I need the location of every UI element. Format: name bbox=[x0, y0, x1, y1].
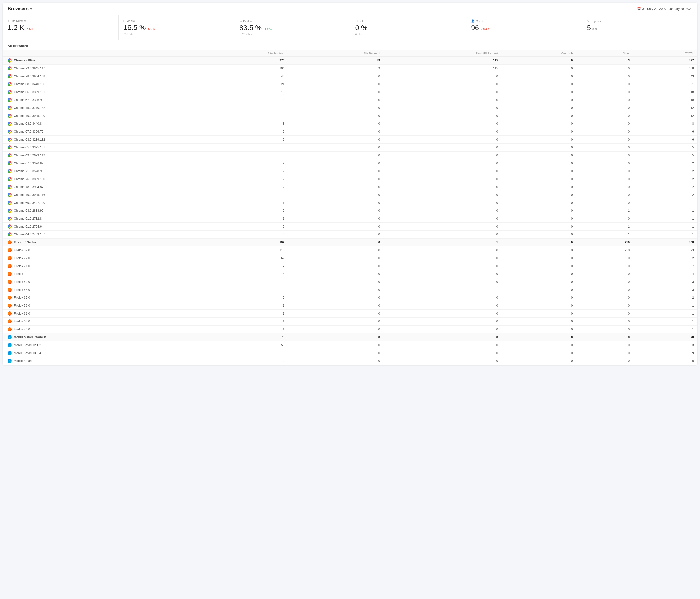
child-value-0: 113 bbox=[192, 246, 288, 254]
table-row[interactable]: Chrome 51.0.2712.8 100001 bbox=[3, 215, 697, 223]
table-row[interactable]: Mobile Safari 13.0.4 900009 bbox=[3, 349, 697, 357]
child-value-4: 0 bbox=[576, 136, 633, 144]
stats-bar: # Hits Number 1.2 K -4.5 % □ Mobile 16.5… bbox=[3, 15, 697, 40]
table-row[interactable]: Firefox 71.0 700007 bbox=[3, 262, 697, 270]
child-value-5: 3 bbox=[633, 286, 697, 294]
table-row[interactable]: Chrome / Blink 2708911503477 bbox=[3, 57, 697, 65]
child-value-2: 0 bbox=[384, 112, 502, 120]
table-row[interactable]: Firefox 400004 bbox=[3, 270, 697, 278]
child-value-0: 1 bbox=[192, 326, 288, 333]
browser-child-name: Firefox 67.0 bbox=[3, 294, 192, 302]
group-value-2: 0 bbox=[384, 333, 502, 341]
table-row[interactable]: Chrome 49.0.2623.112 500005 bbox=[3, 151, 697, 160]
stat-item-clients: 👤 Clients 96 -30.4 % bbox=[466, 15, 582, 40]
stat-icon-hits_number: # bbox=[8, 19, 9, 22]
table-row[interactable]: Chrome 78.0.3904.108 43000043 bbox=[3, 72, 697, 80]
child-value-5: 1 bbox=[633, 326, 697, 333]
child-value-5: 2 bbox=[633, 167, 697, 175]
table-row[interactable]: Chrome 78.0.3904.87 200002 bbox=[3, 183, 697, 191]
child-value-3: 0 bbox=[502, 207, 576, 215]
child-value-5: 1 bbox=[633, 199, 697, 207]
group-value-3: 0 bbox=[502, 57, 576, 65]
child-value-4: 0 bbox=[576, 128, 633, 136]
table-row[interactable]: Chrome 75.0.3770.142 12000012 bbox=[3, 104, 697, 112]
child-value-5: 1 bbox=[633, 231, 697, 239]
table-row[interactable]: Chrome 76.0.3809.100 200002 bbox=[3, 175, 697, 183]
table-row[interactable]: Mobile Safari 000000 bbox=[3, 357, 697, 365]
child-value-5: 62 bbox=[633, 254, 697, 262]
page-title[interactable]: Browsers ▾ bbox=[8, 6, 32, 11]
child-value-0: 0 bbox=[192, 207, 288, 215]
stat-label-text-hits_number: Hits Number bbox=[10, 19, 26, 22]
child-value-4: 0 bbox=[576, 341, 633, 349]
col-header-rest-api-request: Rest API Request bbox=[384, 50, 502, 57]
table-row[interactable]: Chrome 66.0.3359.181 18000018 bbox=[3, 88, 697, 96]
child-value-1: 0 bbox=[288, 151, 383, 160]
child-value-3: 0 bbox=[502, 96, 576, 104]
child-value-3: 0 bbox=[502, 302, 576, 310]
child-value-5: 2 bbox=[633, 294, 697, 302]
table-row[interactable]: Mobile Safari 12.1.2 53000053 bbox=[3, 341, 697, 349]
table-row[interactable]: Chrome 67.0.3396.99 18000018 bbox=[3, 96, 697, 104]
table-row[interactable]: Firefox 61.0 100001 bbox=[3, 310, 697, 318]
child-value-5: 12 bbox=[633, 112, 697, 120]
child-value-2: 0 bbox=[384, 278, 502, 286]
child-value-1: 0 bbox=[288, 96, 383, 104]
child-value-0: 3 bbox=[192, 278, 288, 286]
table-row[interactable]: Chrome 67.0.3396.79 600006 bbox=[3, 128, 697, 136]
child-value-3: 0 bbox=[502, 167, 576, 175]
child-value-3: 0 bbox=[502, 341, 576, 349]
date-range[interactable]: 📅 January 20, 2020 - January 20, 2020 bbox=[637, 7, 692, 11]
section-title: All Browsers bbox=[3, 40, 697, 50]
child-value-1: 0 bbox=[288, 310, 383, 318]
table-row[interactable]: Firefox 56.0 100001 bbox=[3, 302, 697, 310]
stat-change-clients: -30.4 % bbox=[480, 28, 490, 31]
child-value-1: 0 bbox=[288, 286, 383, 294]
table-row[interactable]: Chrome 53.0.2838.90 000011 bbox=[3, 207, 697, 215]
table-row[interactable]: Chrome 79.0.3945.117 1048911500308 bbox=[3, 65, 697, 72]
table-row[interactable]: Firefox / Gecko 197010210408 bbox=[3, 239, 697, 246]
child-value-2: 0 bbox=[384, 72, 502, 80]
child-value-4: 0 bbox=[576, 199, 633, 207]
group-value-1: 89 bbox=[288, 57, 383, 65]
page-header: Browsers ▾ 📅 January 20, 2020 - January … bbox=[3, 3, 697, 15]
group-value-2: 1 bbox=[384, 239, 502, 246]
table-row[interactable]: Mobile Safari / WebKit 70000070 bbox=[3, 333, 697, 341]
table-row[interactable]: Chrome 69.0.3497.100 100001 bbox=[3, 199, 697, 207]
table-row[interactable]: Chrome 79.0.3945.116 200002 bbox=[3, 191, 697, 199]
browser-child-name: Firefox 68.0 bbox=[3, 318, 192, 326]
table-row[interactable]: Firefox 67.0 200002 bbox=[3, 294, 697, 302]
table-row[interactable]: Chrome 79.0.3945.130 12000012 bbox=[3, 112, 697, 120]
browser-child-name: Chrome 67.0.3396.87 bbox=[3, 160, 192, 167]
table-row[interactable]: Chrome 68.0.3440.84 800008 bbox=[3, 120, 697, 128]
stat-item-bot: ⊟ Bot 0 % 0 hits bbox=[350, 15, 466, 40]
stat-value-row-hits_number: 1.2 K -4.5 % bbox=[8, 23, 113, 32]
child-value-2: 0 bbox=[384, 151, 502, 160]
table-row[interactable]: Firefox 54.0 201003 bbox=[3, 286, 697, 294]
table-row[interactable]: Firefox 72.0 62000062 bbox=[3, 254, 697, 262]
child-value-5: 18 bbox=[633, 96, 697, 104]
table-row[interactable]: Chrome 44.0.2403.157 000011 bbox=[3, 231, 697, 239]
table-row[interactable]: Chrome 68.0.3440.106 21000021 bbox=[3, 80, 697, 88]
table-row[interactable]: Chrome 63.0.3239.132 600006 bbox=[3, 136, 697, 144]
stat-value-clients: 96 bbox=[471, 24, 479, 32]
table-row[interactable]: Chrome 65.0.3325.181 500005 bbox=[3, 144, 697, 151]
table-row[interactable]: Chrome 67.0.3396.87 200002 bbox=[3, 160, 697, 167]
child-value-4: 0 bbox=[576, 65, 633, 72]
child-value-3: 0 bbox=[502, 270, 576, 278]
child-value-2: 0 bbox=[384, 96, 502, 104]
stat-change-desktop: +1.2 % bbox=[263, 28, 272, 31]
table-row[interactable]: Firefox 50.0 300003 bbox=[3, 278, 697, 286]
child-value-4: 0 bbox=[576, 262, 633, 270]
group-value-0: 197 bbox=[192, 239, 288, 246]
child-value-0: 62 bbox=[192, 254, 288, 262]
child-value-1: 0 bbox=[288, 349, 383, 357]
table-row[interactable]: Firefox 62.0 113000210323 bbox=[3, 246, 697, 254]
group-value-0: 70 bbox=[192, 333, 288, 341]
table-row[interactable]: Firefox 70.0 100001 bbox=[3, 326, 697, 333]
table-row[interactable]: Chrome 51.0.2704.64 000011 bbox=[3, 223, 697, 231]
child-value-2: 0 bbox=[384, 128, 502, 136]
child-value-2: 0 bbox=[384, 183, 502, 191]
table-row[interactable]: Firefox 68.0 100001 bbox=[3, 318, 697, 326]
table-row[interactable]: Chrome 71.0.3578.98 200002 bbox=[3, 167, 697, 175]
